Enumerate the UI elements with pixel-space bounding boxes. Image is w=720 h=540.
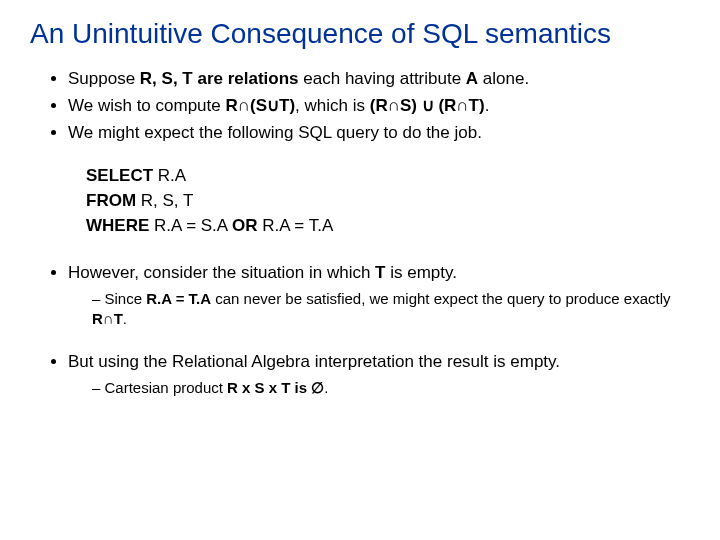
sub-bullet-list: Since R.A = T.A can never be satisfied, … <box>68 289 690 330</box>
bullet-list-1: Suppose R, S, T are relations each havin… <box>30 68 690 145</box>
sql-keyword: SELECT <box>86 166 153 185</box>
bullet-list-3: But using the Relational Algebra interpr… <box>30 351 690 398</box>
text: . <box>485 96 490 115</box>
text-bold: R∩T <box>92 310 123 327</box>
text: R, S, T <box>136 191 193 210</box>
text: . <box>324 379 328 396</box>
bullet-3: We might expect the following SQL query … <box>68 122 690 145</box>
sub-bullet-5a: Cartesian product R x S x T is ∅. <box>92 378 690 398</box>
text: However, consider the situation in which <box>68 263 375 282</box>
bullet-1: Suppose R, S, T are relations each havin… <box>68 68 690 91</box>
sql-keyword: WHERE <box>86 216 149 235</box>
text-bold: R, S, T are relations <box>140 69 299 88</box>
bullet-5: But using the Relational Algebra interpr… <box>68 351 690 398</box>
text: each having attribute <box>299 69 466 88</box>
text: . <box>123 310 127 327</box>
text-bold: A <box>466 69 478 88</box>
text-bold: T <box>375 263 385 282</box>
slide: An Unintuitive Consequence of SQL semant… <box>0 0 720 432</box>
text: R.A = S.A <box>149 216 232 235</box>
text: Since <box>105 290 147 307</box>
sql-keyword: OR <box>232 216 258 235</box>
sub-bullet-list: Cartesian product R x S x T is ∅. <box>68 378 690 398</box>
text-bold: R∩(S∪T) <box>225 96 295 115</box>
text: Cartesian product <box>105 379 228 396</box>
bullet-4: However, consider the situation in which… <box>68 262 690 329</box>
sql-line-3: WHERE R.A = S.A OR R.A = T.A <box>86 215 690 238</box>
sql-line-2: FROM R, S, T <box>86 190 690 213</box>
text: can never be satisfied, we might expect … <box>211 290 670 307</box>
sql-line-1: SELECT R.A <box>86 165 690 188</box>
text: R.A = T.A <box>257 216 333 235</box>
text: alone. <box>478 69 529 88</box>
text-bold: R.A = T.A <box>146 290 211 307</box>
text: Suppose <box>68 69 140 88</box>
bullet-list-2: However, consider the situation in which… <box>30 262 690 329</box>
text-bold: R x S x T is ∅ <box>227 379 324 396</box>
text: , which is <box>295 96 370 115</box>
sql-code-block: SELECT R.A FROM R, S, T WHERE R.A = S.A … <box>86 165 690 238</box>
slide-title: An Unintuitive Consequence of SQL semant… <box>30 18 690 50</box>
text: is empty. <box>386 263 457 282</box>
text: We wish to compute <box>68 96 225 115</box>
text: R.A <box>153 166 186 185</box>
sql-keyword: FROM <box>86 191 136 210</box>
spacer <box>30 333 690 351</box>
bullet-2: We wish to compute R∩(S∪T), which is (R∩… <box>68 95 690 118</box>
text-bold: (R∩S) ∪ (R∩T) <box>370 96 485 115</box>
sub-bullet-4a: Since R.A = T.A can never be satisfied, … <box>92 289 690 330</box>
text: But using the Relational Algebra interpr… <box>68 352 560 371</box>
